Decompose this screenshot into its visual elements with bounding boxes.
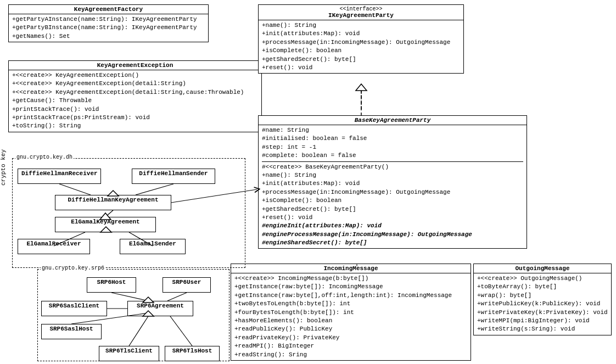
key-agreement-exception-title: KeyAgreementException xyxy=(9,61,261,70)
srp6-namespace-label: gnu.crypto.key.srp6 xyxy=(41,265,105,271)
incoming-message-box: IncomingMessage +<<create>> IncomingMess… xyxy=(231,264,471,361)
srp6-sasl-client-box: SRP6SaslClient xyxy=(41,301,107,316)
el-gamal-sender-title: ElGamalSender xyxy=(120,239,185,248)
srp6-sasl-host-box: SRP6SaslHost xyxy=(41,324,102,339)
dh-namespace-label: gnu.crypto.key.dh xyxy=(15,154,74,160)
srp6-sasl-host-title: SRP6SaslHost xyxy=(42,324,101,333)
el-gamal-sender-box: ElGamalSender xyxy=(120,239,186,254)
srp6-host-title: SRP6Host xyxy=(87,278,136,287)
srp6-tls-client-title: SRP6TlsClient xyxy=(99,346,159,355)
base-key-agreement-party-members: #name: String #initialised: boolean = fa… xyxy=(259,125,527,248)
diffie-hellman-key-agreement-box: DiffieHellmanKeyAgreement xyxy=(55,195,171,210)
key-agreement-factory-members: +getPartyAInstance(name:String): IKeyAgr… xyxy=(9,14,208,42)
base-key-agreement-party-box: BaseKeyAgreementParty #name: String #ini… xyxy=(258,115,527,249)
el-gamal-receiver-title: ElGamalReceiver xyxy=(18,239,89,248)
el-gamal-key-agreement-title: ElGamalKeyAgreement xyxy=(55,217,155,226)
srp6-agreement-box: SRP6Agreement xyxy=(127,301,193,316)
srp6-tls-client-box: SRP6TlsClient xyxy=(99,346,159,361)
base-key-agreement-party-title: BaseKeyAgreementParty xyxy=(259,116,527,125)
outgoing-message-box: OutgoingMessage +<<create>> OutgoingMess… xyxy=(473,264,612,335)
incoming-message-members: +<<create>> IncomingMessage(b:byte[]) +g… xyxy=(231,273,471,360)
key-agreement-factory-title: KeyAgreementFactory xyxy=(9,5,208,14)
i-key-agreement-party-members: +name(): String +init(attributes:Map): v… xyxy=(259,20,463,73)
diffie-hellman-sender-title: DiffieHellmanSender xyxy=(132,169,215,178)
outgoing-message-title: OutgoingMessage xyxy=(474,264,611,273)
srp6-host-box: SRP6Host xyxy=(87,277,136,293)
el-gamal-receiver-box: ElGamalReceiver xyxy=(18,239,90,254)
diffie-hellman-sender-box: DiffieHellmanSender xyxy=(132,169,215,184)
key-agreement-exception-box: KeyAgreementException +<<create>> KeyAgr… xyxy=(8,60,262,132)
el-gamal-key-agreement-box: ElGamalKeyAgreement xyxy=(55,217,156,232)
svg-marker-5 xyxy=(356,84,367,91)
srp6-user-box: SRP6User xyxy=(163,277,211,293)
outgoing-message-members: +<<create>> OutgoingMessage() +toByteArr… xyxy=(474,273,611,335)
srp6-tls-host-box: SRP6TlsHost xyxy=(165,346,220,361)
key-agreement-factory-box: KeyAgreementFactory +getPartyAInstance(n… xyxy=(8,4,209,42)
diffie-hellman-receiver-box: DiffieHellmanReceiver xyxy=(18,169,101,184)
crypto-key-label: crypto key xyxy=(0,142,7,186)
key-agreement-exception-members: +<<create>> KeyAgreementException() +<<c… xyxy=(9,70,261,132)
i-key-agreement-party-title: <<interface>> IKeyAgreementParty xyxy=(259,5,463,20)
incoming-message-title: IncomingMessage xyxy=(231,264,471,273)
srp6-sasl-client-title: SRP6SaslClient xyxy=(42,301,107,310)
i-key-agreement-party-box: <<interface>> IKeyAgreementParty +name()… xyxy=(258,4,464,74)
diffie-hellman-key-agreement-title: DiffieHellmanKeyAgreement xyxy=(55,195,171,204)
srp6-agreement-title: SRP6Agreement xyxy=(128,301,193,310)
srp6-tls-host-title: SRP6TlsHost xyxy=(165,346,219,355)
uml-diagram: KeyAgreementFactory +getPartyAInstance(n… xyxy=(0,0,616,364)
srp6-user-title: SRP6User xyxy=(163,278,210,287)
diffie-hellman-receiver-title: DiffieHellmanReceiver xyxy=(18,169,100,178)
